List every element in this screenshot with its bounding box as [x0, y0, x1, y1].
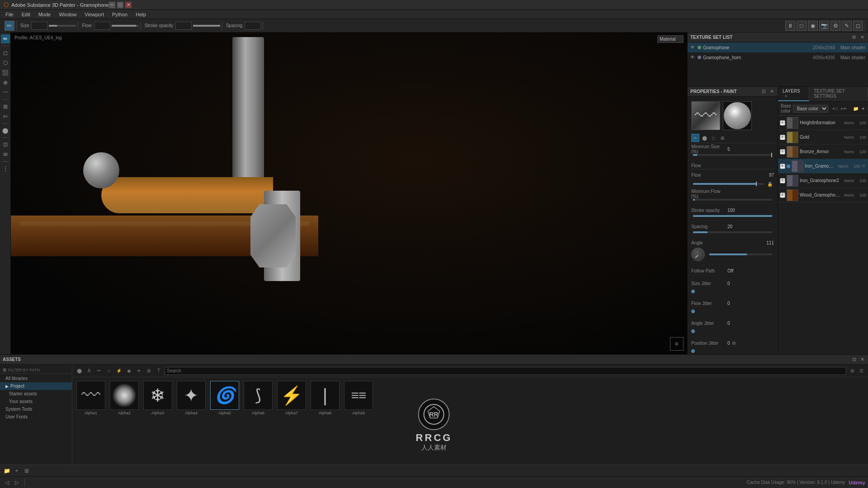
transform-tool-btn[interactable]: ⊡: [1, 140, 10, 149]
angle-slider-track[interactable]: [709, 253, 772, 255]
bottom-forward-btn[interactable]: ▷: [13, 479, 21, 487]
assets-filter-icon-btn[interactable]: ⊞: [3, 367, 6, 372]
asset-item-alpha4[interactable]: ✦ Alpha4: [175, 380, 207, 416]
asset-item-alpha1[interactable]: 〰 Alpha1: [75, 380, 107, 416]
layers-add-paint-btn[interactable]: +✏: [840, 105, 847, 112]
size-input[interactable]: 20.39: [31, 22, 47, 30]
prop-material-btn[interactable]: ⬤: [700, 134, 708, 142]
spacing-input[interactable]: 20: [245, 22, 261, 30]
crop-tool-btn[interactable]: ✄: [1, 112, 10, 121]
menu-python[interactable]: Python: [108, 10, 131, 19]
layer-vis-iron2[interactable]: 👁: [780, 178, 785, 183]
viewport-nav-cube[interactable]: ⊞: [670, 337, 684, 351]
close-button[interactable]: ✕: [125, 2, 132, 8]
asset-item-alpha3[interactable]: ❄ Alpha3: [142, 380, 174, 416]
layer-vis-wood[interactable]: 👁: [780, 192, 785, 198]
menu-edit[interactable]: Edit: [18, 10, 34, 19]
assets-nav-user-fonts[interactable]: User Fonts: [0, 413, 72, 421]
layers-effects-btn[interactable]: ✦: [861, 105, 865, 112]
spacing-slider-track[interactable]: [693, 231, 772, 233]
layer-item-height[interactable]: 👁 HeightInformation Norm 100: [778, 116, 868, 130]
eraser-button[interactable]: ◻: [853, 21, 863, 31]
stroke-opacity-input[interactable]: 100: [175, 22, 192, 30]
assets-filter-color-btn[interactable]: ◉: [125, 367, 133, 375]
menu-mode[interactable]: Mode: [35, 10, 55, 19]
camera-button[interactable]: □: [797, 21, 807, 31]
menu-help[interactable]: Help: [132, 10, 150, 19]
assets-filter-brush-btn[interactable]: ✏: [95, 367, 103, 375]
min-size-slider-track[interactable]: [693, 154, 772, 156]
assets-bottom-folder-btn[interactable]: 📁: [3, 467, 11, 475]
layer-item-iron[interactable]: 👁 Iron_Gramophone Norm 100 ⛓: [778, 159, 868, 174]
minimize-button[interactable]: ─: [109, 2, 115, 8]
layers-tab-close[interactable]: ✕: [784, 94, 788, 99]
size-slider[interactable]: [49, 25, 76, 27]
assets-search-input[interactable]: [165, 367, 846, 375]
assets-nav-starter[interactable]: Starter assets: [0, 390, 72, 398]
layer-vis-gold[interactable]: 👁: [780, 135, 785, 140]
assets-close-btn[interactable]: ✕: [859, 357, 865, 363]
asset-item-alpha7[interactable]: ⚡ Alpha7: [276, 380, 307, 416]
brush-alpha-thumb[interactable]: 〰: [691, 101, 720, 130]
maximize-button[interactable]: □: [117, 2, 123, 8]
color-picker-btn[interactable]: ⬤: [1, 126, 10, 135]
measure-tool-btn[interactable]: ⊞: [1, 102, 10, 111]
texture-set-item-horn[interactable]: 👁 Gramophone_horn 4096x4096 Main shader: [688, 52, 868, 62]
tsl-settings-btn[interactable]: ⚙: [851, 34, 857, 41]
layer-vis-bronze[interactable]: 👁: [780, 149, 785, 155]
assets-nav-all[interactable]: All libraries: [0, 375, 72, 382]
properties-close-btn[interactable]: ✕: [769, 89, 775, 95]
min-flow-slider-row[interactable]: [691, 199, 774, 201]
menu-window[interactable]: Window: [55, 10, 80, 19]
bottom-history-btn[interactable]: ◁: [3, 479, 11, 487]
min-flow-slider-track[interactable]: [693, 199, 772, 201]
stroke-opacity-slider[interactable]: [193, 25, 220, 27]
layer-vis-height[interactable]: 👁: [780, 120, 785, 126]
settings-button[interactable]: ⚙: [830, 21, 840, 31]
tab-texture-set-settings[interactable]: TEXTURE SET SETTINGS: [809, 87, 868, 101]
assets-filter-particle-btn[interactable]: ✦: [135, 367, 143, 375]
fill-tool-btn[interactable]: ⬛: [1, 68, 10, 77]
asset-item-alpha5[interactable]: 🌀 Alpha5: [209, 380, 241, 416]
assets-bottom-add-btn[interactable]: +: [13, 467, 21, 475]
flow-slider-row[interactable]: 🔒: [691, 180, 774, 188]
position-jitter-settings-btn[interactable]: ⚙: [730, 339, 738, 347]
layer-chain-iron[interactable]: ⛓: [862, 164, 866, 169]
more-tools-btn[interactable]: ⋮: [1, 164, 10, 173]
projection-tool-btn[interactable]: ⬡: [1, 58, 10, 67]
camera2-button[interactable]: 📷: [819, 21, 829, 31]
assets-filter-texture-btn[interactable]: □: [105, 367, 113, 375]
viewport[interactable]: Profile: ACES_UE4_log Material ⊞: [11, 33, 687, 354]
assets-nav-system-tools[interactable]: System Tools: [0, 405, 72, 413]
spacing-slider-row[interactable]: [691, 231, 774, 233]
flow-lock-btn[interactable]: 🔒: [766, 180, 774, 188]
annotation-tool-btn[interactable]: ✉: [1, 150, 10, 159]
clone-tool-btn[interactable]: ⊕: [1, 78, 10, 87]
layers-base-dropdown[interactable]: Base color: [793, 105, 828, 113]
flow-input[interactable]: 97: [94, 22, 110, 30]
assets-popout-btn[interactable]: ⊡: [851, 357, 857, 363]
assets-view-list-btn[interactable]: ☰: [857, 367, 865, 375]
texture-set-item-gramophone[interactable]: 👁 Gramophone 2048x2048 Main shader: [688, 42, 868, 52]
paint-tool-btn[interactable]: ✏: [1, 34, 10, 43]
assets-filter-stencil-btn[interactable]: ⊞: [145, 367, 153, 375]
prop-settings-btn[interactable]: ⊞: [718, 134, 726, 142]
ts-eye-icon[interactable]: 👁: [690, 45, 696, 50]
asset-item-alpha6[interactable]: ⟆ Alpha6: [242, 380, 274, 416]
layer-item-bronze[interactable]: 👁 Bronze_Armor Norm 100: [778, 145, 868, 159]
tsl-close-btn[interactable]: ✕: [859, 34, 865, 41]
tab-layers[interactable]: LAYERS ✕: [778, 87, 809, 101]
flow-slider[interactable]: [112, 25, 139, 27]
pause-button[interactable]: ⏸: [785, 21, 795, 31]
prop-paint-btn[interactable]: ✏: [691, 134, 699, 142]
render-button[interactable]: ◉: [808, 21, 818, 31]
viewport-material-dropdown[interactable]: Material: [657, 35, 684, 43]
brush-sphere-thumb[interactable]: [723, 101, 752, 130]
menu-viewport[interactable]: Viewport: [81, 10, 108, 19]
prop-color-btn[interactable]: □: [709, 134, 717, 142]
assets-filter-smart-btn[interactable]: ⚡: [115, 367, 123, 375]
paint-button[interactable]: ✎: [842, 21, 852, 31]
stroke-opacity-slider-track[interactable]: [693, 215, 772, 217]
layer-vis-iron[interactable]: 👁: [780, 164, 785, 169]
properties-popout-btn[interactable]: ⊡: [760, 89, 767, 95]
